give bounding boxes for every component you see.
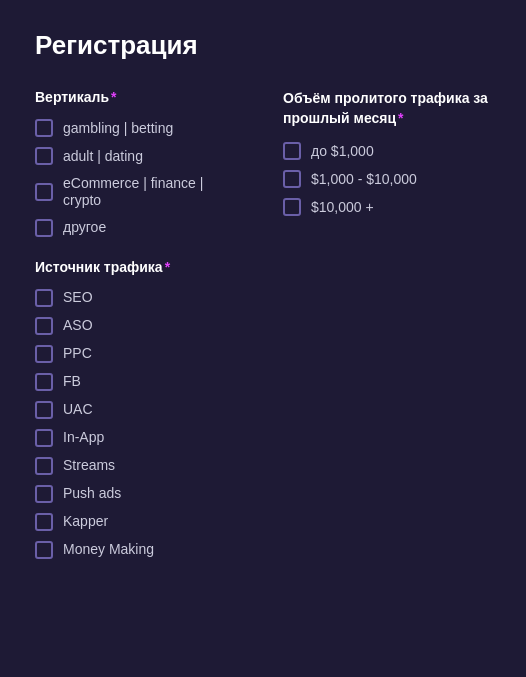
checkbox-label: $1,000 - $10,000 bbox=[311, 171, 417, 188]
checkbox-label: adult | dating bbox=[63, 148, 143, 165]
checkbox-box[interactable] bbox=[35, 429, 53, 447]
checkbox-box[interactable] bbox=[35, 183, 53, 201]
checkbox-money-making[interactable]: Money Making bbox=[35, 541, 243, 559]
checkbox-label: Push ads bbox=[63, 485, 121, 502]
checkbox-box[interactable] bbox=[283, 142, 301, 160]
checkbox-in-app[interactable]: In-App bbox=[35, 429, 243, 447]
checkbox-label: FB bbox=[63, 373, 81, 390]
checkbox-box[interactable] bbox=[35, 317, 53, 335]
checkbox-box[interactable] bbox=[35, 119, 53, 137]
checkbox-1000-10000[interactable]: $1,000 - $10,000 bbox=[283, 170, 491, 188]
vertical-checkbox-group: gambling | betting adult | dating eComme… bbox=[35, 119, 243, 237]
checkbox-gambling-betting[interactable]: gambling | betting bbox=[35, 119, 243, 137]
checkbox-box[interactable] bbox=[35, 401, 53, 419]
left-column: Вертикаль* gambling | betting adult | da… bbox=[35, 89, 243, 581]
checkbox-push-ads[interactable]: Push ads bbox=[35, 485, 243, 503]
checkbox-box[interactable] bbox=[35, 147, 53, 165]
checkbox-box[interactable] bbox=[35, 457, 53, 475]
checkbox-label: другое bbox=[63, 219, 106, 236]
checkbox-box[interactable] bbox=[35, 373, 53, 391]
checkbox-label: gambling | betting bbox=[63, 120, 173, 137]
checkbox-up-to-1000[interactable]: до $1,000 bbox=[283, 142, 491, 160]
checkbox-box[interactable] bbox=[35, 289, 53, 307]
volume-section-label: Объём пролитого трафика за прошлый месяц… bbox=[283, 89, 491, 128]
checkbox-label: $10,000 + bbox=[311, 199, 374, 216]
checkbox-drugoe[interactable]: другое bbox=[35, 219, 243, 237]
checkbox-label: Money Making bbox=[63, 541, 154, 558]
checkbox-box[interactable] bbox=[283, 170, 301, 188]
traffic-checkbox-group: SEO ASO PPC FB UAC bbox=[35, 289, 243, 559]
checkbox-label: ASO bbox=[63, 317, 93, 334]
checkbox-label: PPC bbox=[63, 345, 92, 362]
checkbox-box[interactable] bbox=[35, 541, 53, 559]
checkbox-label: In-App bbox=[63, 429, 104, 446]
checkbox-label: eCommerce | finance | crypto bbox=[63, 175, 243, 209]
page: Регистрация Вертикаль* gambling | bettin… bbox=[0, 0, 526, 677]
checkbox-fb[interactable]: FB bbox=[35, 373, 243, 391]
checkbox-label: Streams bbox=[63, 457, 115, 474]
checkbox-box[interactable] bbox=[283, 198, 301, 216]
checkbox-ecommerce-finance-crypto[interactable]: eCommerce | finance | crypto bbox=[35, 175, 243, 209]
checkbox-label: SEO bbox=[63, 289, 93, 306]
checkbox-uac[interactable]: UAC bbox=[35, 401, 243, 419]
checkbox-label: UAC bbox=[63, 401, 93, 418]
form-layout: Вертикаль* gambling | betting adult | da… bbox=[35, 89, 491, 581]
checkbox-box[interactable] bbox=[35, 219, 53, 237]
vertical-section-label: Вертикаль* bbox=[35, 89, 243, 105]
traffic-section-label: Источник трафика* bbox=[35, 259, 243, 275]
checkbox-box[interactable] bbox=[35, 485, 53, 503]
checkbox-10000-plus[interactable]: $10,000 + bbox=[283, 198, 491, 216]
checkbox-label: Kapper bbox=[63, 513, 108, 530]
checkbox-kapper[interactable]: Kapper bbox=[35, 513, 243, 531]
checkbox-aso[interactable]: ASO bbox=[35, 317, 243, 335]
checkbox-label: до $1,000 bbox=[311, 143, 374, 160]
volume-checkbox-group: до $1,000 $1,000 - $10,000 $10,000 + bbox=[283, 142, 491, 216]
checkbox-ppc[interactable]: PPC bbox=[35, 345, 243, 363]
checkbox-streams[interactable]: Streams bbox=[35, 457, 243, 475]
page-title: Регистрация bbox=[35, 30, 491, 61]
checkbox-box[interactable] bbox=[35, 513, 53, 531]
right-column: Объём пролитого трафика за прошлый месяц… bbox=[283, 89, 491, 581]
checkbox-adult-dating[interactable]: adult | dating bbox=[35, 147, 243, 165]
checkbox-seo[interactable]: SEO bbox=[35, 289, 243, 307]
checkbox-box[interactable] bbox=[35, 345, 53, 363]
